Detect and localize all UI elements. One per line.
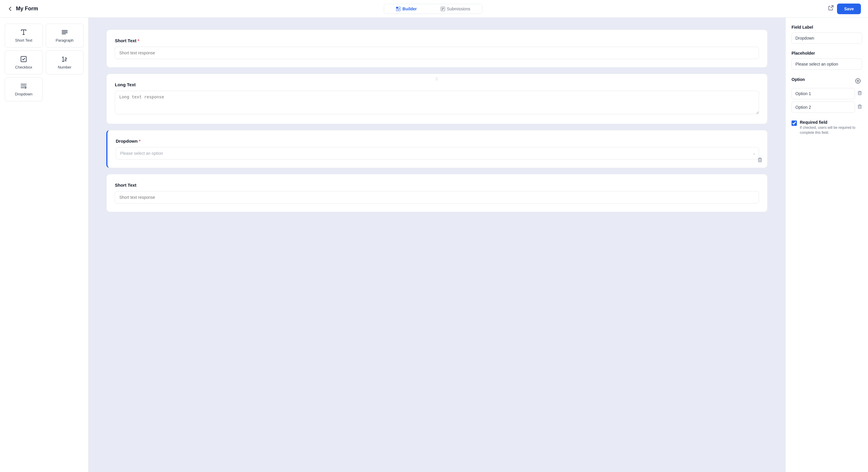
back-button[interactable] — [7, 6, 13, 12]
delete-field-button[interactable] — [757, 157, 763, 164]
header-tabs: Builder Submissions — [384, 4, 483, 14]
form-field-short-text-2[interactable]: Short Text — [106, 174, 768, 212]
page-title: My Form — [16, 6, 38, 12]
sidebar: Short Text Paragraph Checkbox — [0, 18, 89, 472]
field-label: Short Text * — [115, 38, 759, 43]
option-input-1[interactable] — [792, 88, 855, 99]
svg-rect-28 — [858, 106, 861, 109]
required-desc: If checked, users will be required to co… — [800, 125, 862, 135]
save-button[interactable]: Save — [837, 4, 861, 14]
form-field-dropdown[interactable]: Dropdown * Please select an option Optio… — [106, 130, 768, 168]
svg-rect-3 — [399, 9, 400, 11]
delete-option-1-button[interactable] — [857, 91, 862, 96]
short-text-input-2[interactable] — [115, 191, 759, 204]
long-text-input[interactable] — [115, 91, 759, 114]
field-label: Long Text — [115, 82, 759, 87]
svg-rect-25 — [858, 92, 861, 95]
required-star: * — [139, 139, 141, 144]
sidebar-item-number[interactable]: Number — [46, 51, 84, 75]
sidebar-item-label: Paragraph — [56, 38, 73, 42]
tab-submissions[interactable]: Submissions — [429, 4, 482, 13]
svg-rect-19 — [758, 158, 762, 162]
dropdown-select[interactable]: Please select an option Option 1 Option … — [116, 147, 759, 159]
external-link-button[interactable] — [828, 5, 833, 12]
main-layout: Short Text Paragraph Checkbox — [0, 18, 868, 472]
add-option-button[interactable] — [854, 77, 862, 85]
required-field-section: Required field If checked, users will be… — [792, 120, 862, 135]
svg-rect-2 — [396, 9, 398, 11]
option-row-1 — [792, 88, 862, 99]
header: My Form Builder Submissions — [0, 0, 868, 18]
sidebar-item-label: Short Text — [15, 38, 32, 42]
placeholder-title: Placeholder — [792, 51, 862, 56]
form-field-short-text-1[interactable]: Short Text * — [106, 30, 768, 68]
svg-line-8 — [831, 6, 833, 8]
field-label: Short Text — [115, 182, 759, 187]
required-text-block: Required field If checked, users will be… — [800, 120, 862, 135]
drag-handle[interactable]: ⠿ — [435, 77, 439, 82]
option-row-2 — [792, 101, 862, 113]
sidebar-item-label: Checkbox — [15, 65, 32, 69]
svg-rect-13 — [21, 56, 26, 62]
svg-rect-0 — [396, 7, 398, 8]
right-panel: Field Label Placeholder Option — [785, 18, 868, 472]
placeholder-section: Placeholder — [792, 51, 862, 70]
required-field-checkbox[interactable] — [792, 120, 797, 126]
required-title: Required field — [800, 120, 862, 125]
option-title: Option — [792, 77, 805, 82]
field-label-input[interactable] — [792, 32, 862, 44]
svg-rect-1 — [399, 7, 400, 8]
form-field-long-text[interactable]: ⠿ Long Text — [106, 73, 768, 124]
field-label-section: Field Label — [792, 25, 862, 44]
sidebar-item-short-text[interactable]: Short Text — [5, 24, 43, 48]
field-label-title: Field Label — [792, 25, 862, 30]
option-input-2[interactable] — [792, 101, 855, 113]
header-right: Save — [828, 4, 861, 14]
sidebar-item-label: Number — [58, 65, 71, 69]
select-wrapper: Please select an option Option 1 Option … — [116, 147, 759, 159]
options-section: Option — [792, 77, 862, 113]
option-header: Option — [792, 77, 862, 85]
field-label: Dropdown * — [116, 139, 759, 144]
required-star: * — [137, 38, 140, 43]
delete-option-2-button[interactable] — [857, 104, 862, 110]
sidebar-item-paragraph[interactable]: Paragraph — [46, 24, 84, 48]
header-left: My Form — [7, 6, 38, 12]
sidebar-item-checkbox[interactable]: Checkbox — [5, 51, 43, 75]
placeholder-input[interactable] — [792, 58, 862, 70]
tab-builder[interactable]: Builder — [384, 4, 428, 13]
short-text-input-1[interactable] — [115, 47, 759, 59]
sidebar-item-label: Dropdown — [15, 92, 32, 96]
canvas: Short Text * ⠿ Long Text Dropdown * Plea… — [89, 18, 785, 472]
sidebar-item-dropdown[interactable]: Dropdown — [5, 78, 43, 101]
sidebar-grid: Short Text Paragraph Checkbox — [5, 24, 84, 101]
